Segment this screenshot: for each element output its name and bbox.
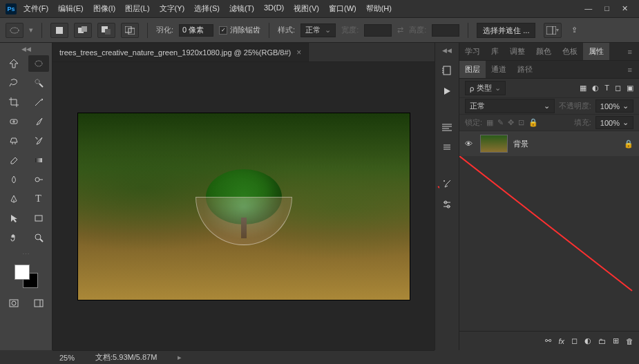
antialias-checkbox[interactable]: ✓ 消除锯齿 xyxy=(219,25,260,35)
expand-tools-icon[interactable]: ◀◀ xyxy=(21,46,31,52)
screenmode-tool[interactable] xyxy=(28,295,49,312)
brush-settings-icon[interactable] xyxy=(440,198,454,211)
new-layer-icon[interactable]: ⊞ xyxy=(613,336,619,345)
quickmask-tool[interactable] xyxy=(3,295,24,312)
layer-list: 👁 背景 🔒 xyxy=(459,131,639,331)
marquee-ellipse-tool[interactable] xyxy=(28,55,49,72)
tab-layers[interactable]: 图层 xyxy=(459,61,486,78)
menu-help[interactable]: 帮助(H) xyxy=(366,3,392,14)
minimize-button[interactable]: — xyxy=(584,4,592,13)
add-mask-icon[interactable]: ◻ xyxy=(571,336,578,345)
svg-rect-8 xyxy=(546,26,556,35)
select-and-mask-button[interactable]: 选择并遮住 ... xyxy=(477,23,535,38)
layer-name[interactable]: 背景 xyxy=(513,139,618,149)
tab-color[interactable]: 颜色 xyxy=(531,43,557,60)
titlebar: Ps 文件(F) 编辑(E) 图像(I) 图层(L) 文字(Y) 选择(S) 滤… xyxy=(0,0,639,18)
gradient-tool[interactable] xyxy=(28,152,49,169)
layer-lock-icon[interactable]: 🔒 xyxy=(624,140,633,149)
svg-point-10 xyxy=(35,61,42,66)
close-button[interactable]: ✕ xyxy=(622,4,628,13)
pen-tool[interactable] xyxy=(3,191,24,207)
intersect-selection-icon[interactable] xyxy=(121,23,139,38)
menu-image[interactable]: 图像(I) xyxy=(93,3,115,14)
lasso-tool[interactable] xyxy=(3,75,24,91)
hand-tool[interactable] xyxy=(3,229,24,246)
history-panel-icon[interactable] xyxy=(440,64,454,77)
layer-row[interactable]: 👁 背景 🔒 xyxy=(459,131,639,156)
zoom-level[interactable]: 25% xyxy=(59,354,75,362)
clone-stamp-tool[interactable] xyxy=(3,133,24,149)
menu-edit[interactable]: 编辑(E) xyxy=(58,3,84,14)
layers-menu-icon[interactable]: ≡ xyxy=(621,66,639,74)
move-tool[interactable] xyxy=(3,55,24,72)
menu-type[interactable]: 文字(Y) xyxy=(160,3,185,14)
feather-input[interactable] xyxy=(179,24,213,37)
group-icon[interactable]: 🗀 xyxy=(598,337,606,345)
menu-file[interactable]: 文件(F) xyxy=(23,3,48,14)
history-brush-tool[interactable] xyxy=(28,133,49,149)
svg-line-45 xyxy=(459,156,632,291)
path-select-tool[interactable] xyxy=(3,210,24,227)
add-selection-icon[interactable] xyxy=(74,23,92,38)
tab-adjustments[interactable]: 调整 xyxy=(504,43,531,60)
actions-panel-icon[interactable] xyxy=(440,84,454,98)
quick-select-tool[interactable] xyxy=(28,75,49,91)
foreground-background-colors[interactable] xyxy=(15,265,38,288)
menu-view[interactable]: 视图(V) xyxy=(294,3,319,14)
adjustment-layer-icon[interactable]: ◐ xyxy=(584,336,591,345)
tab-learn[interactable]: 学习 xyxy=(459,43,486,60)
menu-select[interactable]: 选择(S) xyxy=(194,3,220,14)
layer-thumbnail[interactable] xyxy=(480,135,508,153)
document-tab[interactable]: trees_trees_creative_nature_green_1920x1… xyxy=(53,43,309,61)
brushes-panel-icon[interactable] xyxy=(440,177,454,191)
tab-channels[interactable]: 通道 xyxy=(486,61,512,78)
eraser-tool[interactable] xyxy=(3,152,24,169)
zoom-tool[interactable] xyxy=(28,229,49,246)
svg-line-21 xyxy=(40,239,43,242)
character-panel-icon[interactable] xyxy=(440,141,454,155)
shape-tool[interactable] xyxy=(28,210,49,227)
layer-fx-icon[interactable]: fx xyxy=(558,337,564,345)
tab-close-icon[interactable]: × xyxy=(296,48,301,57)
link-layers-icon[interactable]: ⚯ xyxy=(545,336,551,345)
layer-filter-select[interactable]: ρ 类型 ⌄ xyxy=(465,81,506,95)
blur-tool[interactable] xyxy=(3,171,24,188)
filter-shape-icon[interactable]: ◻ xyxy=(615,84,621,93)
canvas[interactable] xyxy=(53,62,435,350)
panel-menu-icon[interactable]: ≡ xyxy=(621,48,639,56)
doc-info[interactable]: 文档:5.93M/5.87M xyxy=(95,352,157,363)
subtract-selection-icon[interactable] xyxy=(97,23,115,38)
tab-paths[interactable]: 路径 xyxy=(512,61,538,78)
menu-3d[interactable]: 3D(D) xyxy=(264,3,284,14)
tab-libraries[interactable]: 库 xyxy=(486,43,504,60)
new-selection-icon[interactable] xyxy=(50,23,68,38)
healing-brush-tool[interactable] xyxy=(3,113,24,130)
brush-tool[interactable] xyxy=(28,113,49,130)
tab-properties[interactable]: 属性 xyxy=(583,43,609,60)
share-icon[interactable]: ⇪ xyxy=(571,26,578,35)
foreground-color-swatch[interactable] xyxy=(15,265,30,280)
style-select[interactable]: 正常⌄ xyxy=(301,23,336,37)
dodge-tool[interactable] xyxy=(28,171,49,188)
eyedropper-tool[interactable] xyxy=(28,94,49,111)
expand-dock-icon[interactable]: ◀◀ xyxy=(442,47,452,54)
filter-type-icon[interactable]: T xyxy=(604,84,609,93)
active-tool-icon[interactable] xyxy=(6,23,23,38)
tab-swatches[interactable]: 色板 xyxy=(557,43,583,60)
paragraph-panel-icon[interactable] xyxy=(440,120,454,134)
opacity-label: 不透明度: xyxy=(559,101,591,111)
visibility-eye-icon[interactable]: 👁 xyxy=(465,140,475,148)
menu-layer[interactable]: 图层(L) xyxy=(125,3,149,14)
workspace-icon[interactable]: ▾ xyxy=(544,23,562,38)
menu-window[interactable]: 窗口(W) xyxy=(329,3,356,14)
filter-smart-icon[interactable]: ▣ xyxy=(627,84,633,93)
filter-adjust-icon[interactable]: ◐ xyxy=(592,84,599,93)
antialias-label: 消除锯齿 xyxy=(230,25,260,35)
maximize-button[interactable]: □ xyxy=(604,4,609,13)
crop-tool[interactable] xyxy=(3,94,24,111)
menu-filter[interactable]: 滤镜(T) xyxy=(229,3,254,14)
filter-pixel-icon[interactable]: ▦ xyxy=(580,84,586,93)
type-tool[interactable]: T xyxy=(28,191,49,207)
delete-layer-icon[interactable]: 🗑 xyxy=(626,337,633,345)
window-controls: — □ ✕ xyxy=(584,4,633,13)
